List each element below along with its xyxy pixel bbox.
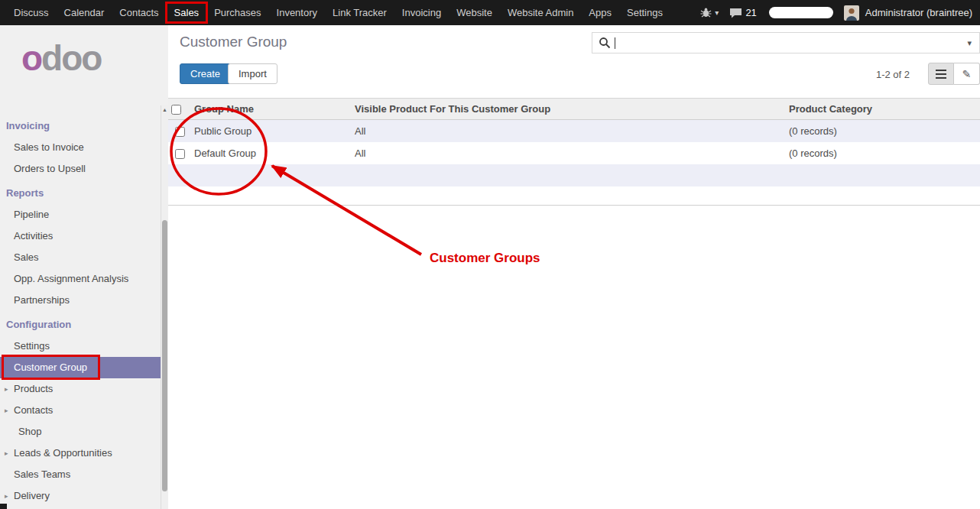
avatar[interactable] xyxy=(844,5,859,21)
sidebar-item-products[interactable]: ▸Products xyxy=(0,378,161,400)
sidebar-scrollbar[interactable]: ▲ xyxy=(161,105,168,509)
sidebar-item-label: Partnerships xyxy=(14,290,70,311)
cell-group-name: Default Group xyxy=(191,142,352,164)
sidebar-item-opp-assignment-analysis[interactable]: Opp. Assignment Analysis xyxy=(0,268,161,290)
top-menu: Discuss Calendar Contacts Sales Purchase… xyxy=(0,0,670,25)
progress-indicator xyxy=(769,7,833,18)
sidebar-heading-invoicing: Invoicing xyxy=(0,115,161,137)
odoo-logo[interactable]: odoo xyxy=(21,41,101,76)
scroll-up-icon[interactable]: ▲ xyxy=(161,107,168,113)
sidebar-item-label: Opp. Assignment Analysis xyxy=(14,268,128,290)
odoo-backend-window: Discuss Calendar Contacts Sales Purchase… xyxy=(0,0,980,509)
sidebar-item-label: Delivery xyxy=(14,485,50,507)
debug-menu[interactable]: ▾ xyxy=(700,8,719,18)
sidebar-item-label: Pipeline xyxy=(14,204,49,225)
sidebar-item-shop[interactable]: Shop xyxy=(0,421,161,443)
sidebar-item-sales-teams[interactable]: Sales Teams xyxy=(0,464,161,485)
cell-visible-product: All xyxy=(352,120,786,142)
list-view-icon xyxy=(936,70,946,79)
row-checkbox[interactable] xyxy=(175,149,185,159)
menu-contacts[interactable]: Contacts xyxy=(112,0,166,25)
window-corner xyxy=(0,504,7,509)
scrollbar-thumb[interactable] xyxy=(162,220,167,491)
sidebar-item-label: Sales xyxy=(14,247,39,268)
table-row[interactable]: Default Group All (0 records) xyxy=(168,142,980,164)
row-checkbox[interactable] xyxy=(175,127,185,137)
chevron-down-icon: ▾ xyxy=(715,8,719,17)
create-button[interactable]: Create xyxy=(180,63,231,84)
menu-discuss[interactable]: Discuss xyxy=(6,0,57,25)
table-row[interactable]: Public Group All (0 records) xyxy=(168,120,980,142)
chat-bubble-icon xyxy=(729,8,742,18)
menu-website[interactable]: Website xyxy=(449,0,500,25)
menu-settings[interactable]: Settings xyxy=(619,0,670,25)
sidebar-item-customer-group[interactable]: Customer Group xyxy=(0,357,161,378)
sidebar-heading-reports: Reports xyxy=(0,183,161,204)
sidebar-item-label: Orders to Upsell xyxy=(14,158,86,180)
cell-visible-product: All xyxy=(352,142,786,164)
sidebar-item-settings[interactable]: Settings xyxy=(0,336,161,357)
sidebar-item-label: Customer Group xyxy=(14,357,87,378)
menu-inventory[interactable]: Inventory xyxy=(269,0,325,25)
table-header-row: Group Name Visible Product For This Cust… xyxy=(168,99,980,120)
menu-apps[interactable]: Apps xyxy=(581,0,619,25)
search-dropdown-icon[interactable]: ▾ xyxy=(965,38,973,48)
expand-icon: ▸ xyxy=(5,400,14,421)
menu-link-tracker[interactable]: Link Tracker xyxy=(325,0,394,25)
cell-product-category: (0 records) xyxy=(786,142,980,164)
view-switcher: ✎ xyxy=(928,63,980,85)
messages-count-badge: 21 xyxy=(745,7,756,18)
row-checkbox-cell xyxy=(168,120,191,142)
customer-group-table: Group Name Visible Product For This Cust… xyxy=(168,98,980,186)
sidebar-item-contacts[interactable]: ▸Contacts xyxy=(0,400,161,421)
sidebar-item-partnerships[interactable]: Partnerships xyxy=(0,290,161,311)
sidebar-item-label: Leads & Opportunities xyxy=(14,443,112,464)
menu-sales[interactable]: Sales xyxy=(167,0,207,25)
select-all-checkbox[interactable] xyxy=(171,105,181,115)
sidebar-item-label: Products xyxy=(14,378,53,400)
sidebar-item-sales[interactable]: Sales xyxy=(0,247,161,268)
sidebar-item-activities[interactable]: Activities xyxy=(0,225,161,247)
main-content: Customer Group ▾ Create Import 1-2 of 2 … xyxy=(168,25,980,509)
form-view-button[interactable]: ✎ xyxy=(954,63,980,85)
sidebar: odoo Invoicing Sales to Invoice Orders t… xyxy=(0,25,168,509)
sidebar-item-leads-opportunities[interactable]: ▸Leads & Opportunities xyxy=(0,443,161,464)
messages-menu[interactable]: 21 xyxy=(729,7,756,18)
topbar-right: ▾ 21 Administrator (braintree) xyxy=(690,0,980,25)
select-all-cell xyxy=(168,99,191,120)
logo-rest: doo xyxy=(41,38,101,78)
list-view-button[interactable] xyxy=(928,63,954,85)
search-input[interactable] xyxy=(617,37,965,49)
menu-calendar[interactable]: Calendar xyxy=(57,0,112,25)
sidebar-item-delivery[interactable]: ▸Delivery xyxy=(0,485,161,507)
sidebar-item-label: Activities xyxy=(14,225,53,247)
menu-website-admin[interactable]: Website Admin xyxy=(500,0,581,25)
form-view-icon: ✎ xyxy=(962,68,972,80)
sheet-footer xyxy=(168,186,980,206)
sidebar-item-label: Sales to Invoice xyxy=(14,137,84,158)
list-view-sheet: Group Name Visible Product For This Cust… xyxy=(168,98,980,206)
pager[interactable]: 1-2 of 2 xyxy=(876,69,910,80)
sidebar-item-orders-to-upsell[interactable]: Orders to Upsell xyxy=(0,158,161,180)
sidebar-item-label: Shop xyxy=(18,421,41,443)
logo-letter: o xyxy=(21,38,41,78)
row-checkbox-cell xyxy=(168,142,191,164)
empty-row xyxy=(168,164,980,186)
search-bar[interactable]: ▾ xyxy=(592,32,980,53)
sidebar-item-pipeline[interactable]: Pipeline xyxy=(0,204,161,225)
expand-icon: ▸ xyxy=(5,443,14,464)
user-menu[interactable]: Administrator (braintree) xyxy=(865,7,972,18)
sidebar-item-sales-to-invoice[interactable]: Sales to Invoice xyxy=(0,137,161,158)
column-header-group-name[interactable]: Group Name xyxy=(191,99,352,120)
column-header-product-category[interactable]: Product Category xyxy=(786,99,980,120)
import-button[interactable]: Import xyxy=(228,63,277,84)
top-navbar: Discuss Calendar Contacts Sales Purchase… xyxy=(0,0,980,25)
menu-invoicing[interactable]: Invoicing xyxy=(394,0,449,25)
menu-purchases[interactable]: Purchases xyxy=(206,0,268,25)
sidebar-item-label: Contacts xyxy=(14,400,53,421)
sidebar-item-label: Sales Teams xyxy=(14,464,70,485)
column-header-visible-product[interactable]: Visible Product For This Customer Group xyxy=(352,99,786,120)
cell-group-name: Public Group xyxy=(191,120,352,142)
text-cursor xyxy=(615,37,615,49)
expand-icon: ▸ xyxy=(5,378,14,400)
